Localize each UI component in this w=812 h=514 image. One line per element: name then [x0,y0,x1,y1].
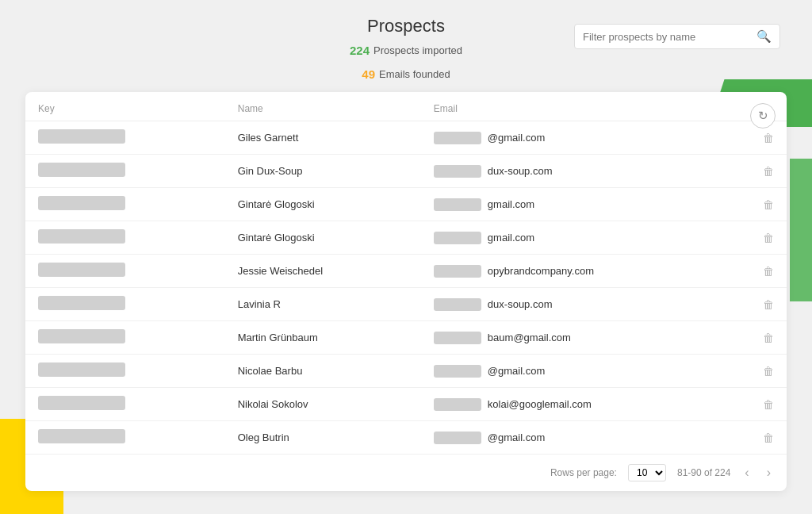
cell-key [25,155,225,188]
chevron-left-icon: ‹ [745,466,749,479]
email-blur [434,232,481,244]
cell-delete: 🗑 [750,155,787,188]
pagination-row: Rows per page: 10 25 50 81-90 of 224 ‹ › [25,454,787,491]
page-wrapper: Prospects 224 Prospects imported 49 Emai… [0,0,812,514]
cell-key [25,288,225,321]
cell-name: Giles Garnett [225,121,421,155]
delete-button[interactable]: 🗑 [763,365,774,378]
email-cell: @gmail.com [434,132,737,144]
delete-button[interactable]: 🗑 [763,398,774,411]
cell-email: @gmail.com [421,121,750,155]
cell-email: baum@gmail.com [421,321,750,355]
email-suffix: dux-soup.com [488,165,553,177]
email-cell: dux-soup.com [434,298,737,311]
cell-name: Martin Grünbaum [225,321,421,355]
delete-button[interactable]: 🗑 [763,232,774,244]
email-suffix: opybrandcompany.com [488,265,594,277]
table-row: Martin Grünbaumbaum@gmail.com🗑 [25,321,787,355]
cell-name: Gintarė Glogoski [225,188,421,221]
email-suffix: kolai@googlemail.com [488,398,592,410]
emails-label: Emails founded [379,67,450,83]
cell-email: gmail.com [421,221,750,255]
cell-name: Nicolae Barbu [225,355,421,388]
cell-delete: 🗑 [750,288,787,321]
table-row: Lavinia Rdux-soup.com🗑 [25,288,787,321]
delete-button[interactable]: 🗑 [763,132,774,144]
cell-email: gmail.com [421,188,750,221]
email-blur [434,365,481,378]
col-key: Key [25,92,225,121]
delete-button[interactable]: 🗑 [763,432,774,444]
cell-email: dux-soup.com [421,155,750,188]
email-blur [434,398,481,411]
email-blur [434,332,481,344]
next-page-button[interactable]: › [764,466,774,480]
email-cell: gmail.com [434,198,737,211]
table-body: Giles Garnett@gmail.com🗑Gin Dux-Soupdux-… [25,121,787,455]
page-header: Prospects 224 Prospects imported 49 Emai… [0,16,812,84]
key-bar [38,429,125,443]
key-bar [38,362,125,377]
key-bar [38,196,125,210]
cell-delete: 🗑 [750,321,787,355]
key-bar [38,296,125,310]
cell-delete: 🗑 [750,255,787,288]
key-bar [38,263,125,277]
cell-key [25,255,225,288]
key-bar [38,229,125,244]
email-cell: kolai@googlemail.com [434,398,737,411]
key-bar [38,129,125,144]
delete-button[interactable]: 🗑 [763,298,774,311]
table-row: Nikolai Sokolovkolai@googlemail.com🗑 [25,388,787,421]
email-cell: gmail.com [434,232,737,244]
cell-name: Gintarė Glogoski [225,221,421,255]
col-name: Name [225,92,421,121]
key-bar [38,163,125,177]
email-cell: @gmail.com [434,365,737,378]
prospects-count: 224 [350,41,370,60]
cell-email: opybrandcompany.com [421,255,750,288]
cell-delete: 🗑 [750,355,787,388]
table-row: Gin Dux-Soupdux-soup.com🗑 [25,155,787,188]
page-title: Prospects [367,16,445,36]
table-row: Jessie Weischedelopybrandcompany.com🗑 [25,255,787,288]
cell-email: dux-soup.com [421,288,750,321]
table-row: Gintarė Glogoskigmail.com🗑 [25,221,787,255]
email-suffix: baum@gmail.com [488,332,571,343]
delete-button[interactable]: 🗑 [763,165,774,178]
delete-button[interactable]: 🗑 [763,265,774,278]
email-suffix: gmail.com [488,232,534,244]
prospects-label: Prospects imported [373,43,462,59]
table-row: Oleg Butrin@gmail.com🗑 [25,421,787,455]
email-blur [434,265,481,278]
cell-email: @gmail.com [421,421,750,455]
page-info: 81-90 of 224 [677,467,730,478]
email-blur [434,165,481,178]
cell-name: Lavinia R [225,288,421,321]
prospects-table: Key Name Email Giles Garnett@gmail.com🗑G… [25,92,787,454]
cell-name: Nikolai Sokolov [225,388,421,421]
cell-key [25,421,225,455]
cell-key [25,388,225,421]
rows-per-page-select[interactable]: 10 25 50 [628,464,666,481]
cell-key [25,355,225,388]
refresh-button[interactable]: ↻ [750,103,776,128]
key-bar [38,396,125,410]
table-row: Gintarė Glogoskigmail.com🗑 [25,188,787,221]
email-cell: baum@gmail.com [434,332,737,344]
refresh-icon: ↻ [758,109,768,123]
cell-key [25,321,225,355]
email-suffix: gmail.com [488,198,534,210]
search-input[interactable] [583,31,756,43]
cell-key [25,121,225,155]
email-suffix: dux-soup.com [488,298,553,310]
main-card: ↻ Key Name Email Giles Garnett@gmail.com… [25,92,787,491]
cell-key [25,188,225,221]
delete-button[interactable]: 🗑 [763,198,774,211]
delete-button[interactable]: 🗑 [763,332,774,344]
cell-email: @gmail.com [421,355,750,388]
table-header: Key Name Email [25,92,787,121]
search-icon[interactable]: 🔍 [756,29,772,44]
rows-per-page-label: Rows per page: [550,467,617,478]
prev-page-button[interactable]: ‹ [741,466,752,480]
